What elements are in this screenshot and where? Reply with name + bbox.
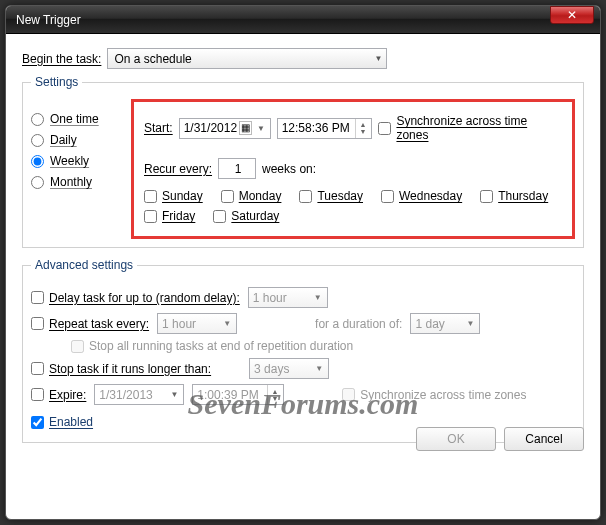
day-friday-label: Friday (162, 209, 195, 223)
recur-label-pre: Recur every: (144, 162, 212, 176)
repeat-combo[interactable]: 1 hour▼ (157, 313, 237, 334)
sync-checkbox-input[interactable] (378, 122, 391, 135)
day-friday[interactable]: Friday (144, 209, 195, 223)
calendar-icon: ▦ (239, 121, 252, 135)
radio-weekly[interactable]: Weekly (31, 154, 121, 168)
chevron-down-icon: ▼ (254, 119, 268, 138)
spinner-icon: ▲▼ (267, 385, 281, 404)
days-group: Sunday Monday Tuesday Wednesday Thursday… (144, 189, 562, 223)
day-friday-input[interactable] (144, 210, 157, 223)
stop-if-label: Stop task if it runs longer than: (49, 362, 211, 376)
radio-daily-label: Daily (50, 133, 77, 147)
day-thursday[interactable]: Thursday (480, 189, 548, 203)
day-tuesday[interactable]: Tuesday (299, 189, 363, 203)
close-icon: ✕ (567, 8, 577, 22)
begin-task-value: On a schedule (114, 52, 191, 66)
stop-all-checkbox-input (71, 340, 84, 353)
day-wednesday-label: Wednesday (399, 189, 462, 203)
radio-one-time-input[interactable] (31, 113, 44, 126)
delay-combo[interactable]: 1 hour▼ (248, 287, 328, 308)
delay-checkbox[interactable]: Delay task for up to (random delay): (31, 291, 240, 305)
window-title: New Trigger (16, 13, 550, 27)
begin-row: Begin the task: On a schedule ▼ (22, 48, 584, 69)
start-time-value: 12:58:36 PM (282, 121, 350, 135)
delay-label: Delay task for up to (random delay): (49, 291, 240, 305)
expire-checkbox[interactable]: Expire: (31, 388, 86, 402)
dialog-buttons: OK Cancel (416, 427, 584, 451)
schedule-radios: One time Daily Weekly Monthly (31, 99, 121, 239)
duration-combo[interactable]: 1 day▼ (410, 313, 480, 334)
radio-monthly-label: Monthly (50, 175, 92, 189)
chevron-down-icon: ▼ (312, 364, 326, 373)
begin-task-dropdown[interactable]: On a schedule ▼ (107, 48, 387, 69)
radio-daily-input[interactable] (31, 134, 44, 147)
day-sunday[interactable]: Sunday (144, 189, 203, 203)
radio-one-time-label: One time (50, 112, 99, 126)
cancel-label: Cancel (525, 432, 562, 446)
expire-date-value: 1/31/2013 (99, 388, 152, 402)
settings-legend: Settings (31, 75, 82, 89)
sync-checkbox[interactable]: Synchronize across time zones (378, 114, 562, 142)
recur-label-post: weeks on: (262, 162, 316, 176)
stop-if-combo[interactable]: 3 days▼ (249, 358, 329, 379)
expire-sync-label: Synchronize across time zones (360, 388, 526, 402)
advanced-group: Advanced settings Delay task for up to (… (22, 258, 584, 443)
day-sunday-label: Sunday (162, 189, 203, 203)
dialog-content: Begin the task: On a schedule ▼ Settings… (6, 34, 600, 463)
day-saturday-label: Saturday (231, 209, 279, 223)
stop-if-checkbox-input[interactable] (31, 362, 44, 375)
ok-label: OK (447, 432, 464, 446)
expire-date-picker[interactable]: 1/31/2013 ▼ (94, 384, 184, 405)
expire-time-picker[interactable]: 1:00:39 PM ▲▼ (192, 384, 284, 405)
sync-label: Synchronize across time zones (396, 114, 562, 142)
delay-value: 1 hour (253, 291, 287, 305)
highlighted-settings: Start: 1/31/2012 ▦ ▼ 12:58:36 PM ▲▼ (131, 99, 575, 239)
radio-weekly-label: Weekly (50, 154, 89, 168)
start-date-picker[interactable]: 1/31/2012 ▦ ▼ (179, 118, 271, 139)
radio-monthly-input[interactable] (31, 176, 44, 189)
close-button[interactable]: ✕ (550, 6, 594, 24)
stop-if-value: 3 days (254, 362, 289, 376)
radio-monthly[interactable]: Monthly (31, 175, 121, 189)
chevron-down-icon: ▼ (374, 54, 382, 63)
repeat-checkbox[interactable]: Repeat task every: (31, 317, 149, 331)
day-thursday-input[interactable] (480, 190, 493, 203)
chevron-down-icon: ▼ (167, 385, 181, 404)
ok-button[interactable]: OK (416, 427, 496, 451)
expire-checkbox-input[interactable] (31, 388, 44, 401)
begin-label: Begin the task: (22, 52, 101, 66)
radio-daily[interactable]: Daily (31, 133, 121, 147)
cancel-button[interactable]: Cancel (504, 427, 584, 451)
radio-one-time[interactable]: One time (31, 112, 121, 126)
day-saturday-input[interactable] (213, 210, 226, 223)
day-tuesday-input[interactable] (299, 190, 312, 203)
stop-all-checkbox: Stop all running tasks at end of repetit… (71, 339, 353, 353)
start-time-picker[interactable]: 12:58:36 PM ▲▼ (277, 118, 373, 139)
expire-time-value: 1:00:39 PM (197, 388, 258, 402)
day-wednesday[interactable]: Wednesday (381, 189, 462, 203)
day-monday-input[interactable] (221, 190, 234, 203)
day-wednesday-input[interactable] (381, 190, 394, 203)
chevron-down-icon: ▼ (464, 319, 478, 328)
radio-weekly-input[interactable] (31, 155, 44, 168)
dialog-window: New Trigger ✕ Begin the task: On a sched… (5, 5, 601, 520)
repeat-value: 1 hour (162, 317, 196, 331)
repeat-checkbox-input[interactable] (31, 317, 44, 330)
recur-value-input[interactable]: 1 (218, 158, 256, 179)
chevron-down-icon: ▼ (311, 293, 325, 302)
day-saturday[interactable]: Saturday (213, 209, 279, 223)
start-label: Start: (144, 121, 173, 135)
expire-sync-checkbox: Synchronize across time zones (342, 388, 526, 402)
repeat-label: Repeat task every: (49, 317, 149, 331)
day-sunday-input[interactable] (144, 190, 157, 203)
stop-if-checkbox[interactable]: Stop task if it runs longer than: (31, 362, 211, 376)
settings-group: Settings One time Daily Weekly Monthly S… (22, 75, 584, 248)
delay-checkbox-input[interactable] (31, 291, 44, 304)
enabled-checkbox[interactable]: Enabled (31, 415, 93, 429)
enabled-checkbox-input[interactable] (31, 416, 44, 429)
titlebar: New Trigger ✕ (6, 6, 600, 34)
recur-value: 1 (235, 162, 242, 176)
stop-all-label: Stop all running tasks at end of repetit… (89, 339, 353, 353)
duration-value: 1 day (415, 317, 444, 331)
day-monday[interactable]: Monday (221, 189, 282, 203)
